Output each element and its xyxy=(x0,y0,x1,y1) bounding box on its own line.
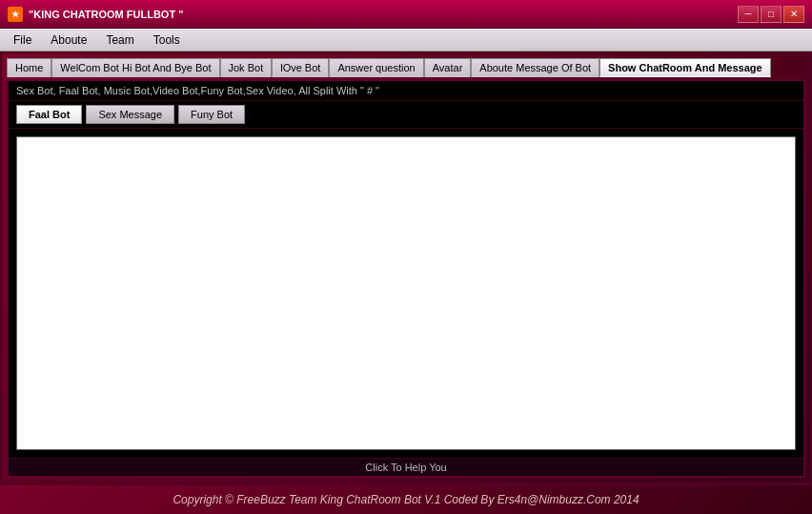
title-bar: ★ "KING CHATROOM FULLBOT " ─ □ ✕ xyxy=(0,0,812,29)
status-bar: Click To Help You xyxy=(9,458,803,476)
minimize-button[interactable]: ─ xyxy=(738,6,759,23)
menu-aboute[interactable]: Aboute xyxy=(41,31,96,49)
close-button[interactable]: ✕ xyxy=(783,6,804,23)
sub-tab-faal[interactable]: Faal Bot xyxy=(16,105,82,124)
sub-tab-bar: Faal Bot Sex Message Funy Bot xyxy=(9,101,803,129)
tab-bar: Home WelCom Bot Hi Bot And Bye Bot Jok B… xyxy=(7,58,805,77)
menu-team[interactable]: Team xyxy=(96,31,143,49)
main-textarea[interactable] xyxy=(16,136,796,450)
status-text: Click To Help You xyxy=(365,462,446,473)
tab-home[interactable]: Home xyxy=(7,58,51,77)
window-controls: ─ □ ✕ xyxy=(738,6,804,23)
app-icon: ★ xyxy=(8,7,23,22)
content-panel: Sex Bot, Faal Bot, Music Bot,Video Bot,F… xyxy=(7,79,805,478)
menu-bar: File Aboute Team Tools xyxy=(0,29,812,51)
text-area-container xyxy=(9,129,803,458)
footer: Copyright © FreeBuzz Team King ChatRoom … xyxy=(0,484,812,514)
maximize-button[interactable]: □ xyxy=(761,6,782,23)
sub-tab-funy[interactable]: Funy Bot xyxy=(178,105,245,124)
menu-tools[interactable]: Tools xyxy=(144,31,190,49)
tab-love[interactable]: lOve Bot xyxy=(272,58,329,77)
tab-answer[interactable]: Answer question xyxy=(329,58,423,77)
tab-jok[interactable]: Jok Bot xyxy=(220,58,273,77)
menu-file[interactable]: File xyxy=(4,31,41,49)
tab-avatar[interactable]: Avatar xyxy=(424,58,472,77)
tab-aboute-message[interactable]: Aboute Message Of Bot xyxy=(471,58,599,77)
main-window: Home WelCom Bot Hi Bot And Bye Bot Jok B… xyxy=(0,51,812,484)
content-header-text: Sex Bot, Faal Bot, Music Bot,Video Bot,F… xyxy=(16,85,379,96)
title-text: ★ "KING CHATROOM FULLBOT " xyxy=(8,7,183,22)
content-header: Sex Bot, Faal Bot, Music Bot,Video Bot,F… xyxy=(9,81,803,101)
footer-text: Copyright © FreeBuzz Team King ChatRoom … xyxy=(173,493,639,506)
sub-tab-sex-message[interactable]: Sex Message xyxy=(86,105,174,124)
tab-welcom[interactable]: WelCom Bot Hi Bot And Bye Bot xyxy=(51,58,219,77)
tab-show-chatroom[interactable]: Show ChatRoom And Message xyxy=(599,58,771,77)
window-title: "KING CHATROOM FULLBOT " xyxy=(29,9,183,20)
